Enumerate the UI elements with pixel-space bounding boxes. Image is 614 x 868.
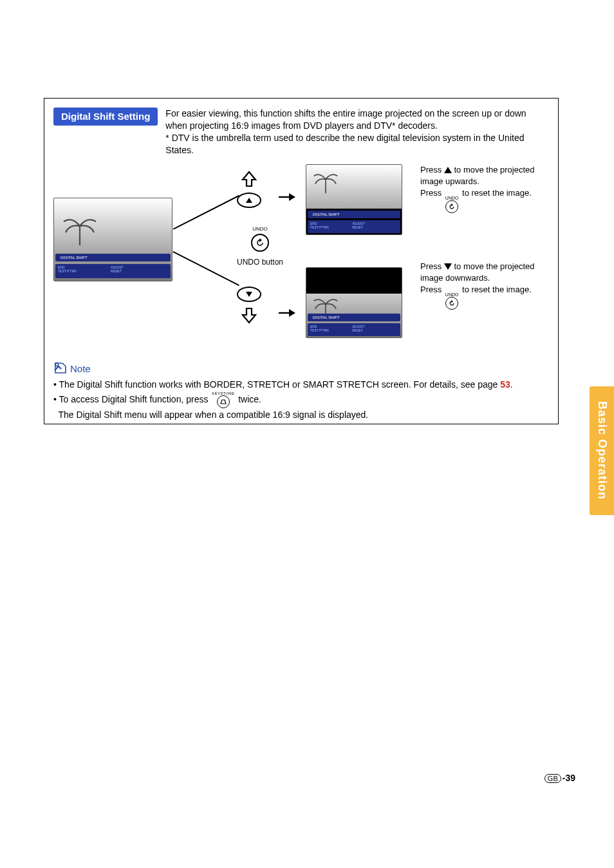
oval-down-button-icon xyxy=(237,287,261,302)
side-tab-basic-operation: Basic Operation xyxy=(590,386,614,515)
keystone-button-inline-icon: KEYSTONE xyxy=(212,392,234,408)
svg-marker-5 xyxy=(451,203,453,206)
palm-tree-icon xyxy=(312,167,340,196)
diagram-screen-shifted-up: DIGITAL SHIFT ENDADJUST TEST P'TRNRESET xyxy=(306,164,402,235)
desc-para-2: * DTV is the umbrella term used to descr… xyxy=(165,132,549,156)
oval-up-button-icon xyxy=(237,193,261,208)
down-instruction-block: Press to move the projected image downwa… xyxy=(420,261,546,310)
up-instruction-block: Press to move the projected image upward… xyxy=(420,164,546,213)
svg-marker-4 xyxy=(289,309,295,317)
undo-button-inline-icon: UNDO xyxy=(445,196,459,213)
undo-button-caption: UNDO button xyxy=(237,257,283,267)
bullet-1: • The Digital Shift function works with … xyxy=(53,378,549,391)
page-53-link[interactable]: 53 xyxy=(500,379,510,390)
desc-para-1: For easier viewing, this function shifts… xyxy=(165,108,549,132)
header-row: Digital Shift Setting For easier viewing… xyxy=(53,108,549,156)
triangle-up-icon xyxy=(444,167,452,173)
side-tab-label: Basic Operation xyxy=(595,401,609,500)
section-title-pill: Digital Shift Setting xyxy=(53,108,158,126)
digital-shift-section: Digital Shift Setting For easier viewing… xyxy=(44,98,559,424)
note-label: Note xyxy=(70,363,91,375)
down-arrow-icon xyxy=(239,305,259,325)
triangle-down-icon xyxy=(444,263,452,270)
section-description: For easier viewing, this function shifts… xyxy=(165,108,549,156)
up-arrow-indicator xyxy=(237,169,261,208)
diagram-screen-shifted-down: DIGITAL SHIFT ENDADJUST TEST P'TRNRESET xyxy=(306,267,402,338)
flow-arrow-icon xyxy=(277,305,295,324)
osd-sub-bar: ENDADJUST TEST P'TRNRESET xyxy=(308,323,400,336)
up-arrow-icon xyxy=(239,169,259,190)
diagram: DIGITAL SHIFT ENDADJUST TEST P'TRNRESET … xyxy=(53,164,549,357)
osd-sub-bar: ENDADJUST TEST P'TRNRESET xyxy=(55,264,171,278)
osd-title-bar: DIGITAL SHIFT xyxy=(55,254,171,261)
flow-arrow-icon xyxy=(277,189,295,208)
undo-button-icon xyxy=(251,234,269,252)
note-heading: Note xyxy=(53,361,549,377)
connector-line-down xyxy=(173,251,239,286)
note-icon xyxy=(53,361,68,377)
svg-marker-1 xyxy=(259,238,262,242)
osd-sub-bar: ENDADJUST TEST P'TRNRESET xyxy=(308,220,400,233)
diagram-screen-source: DIGITAL SHIFT ENDADJUST TEST P'TRNRESET xyxy=(53,198,172,281)
undo-small-label: UNDO xyxy=(252,226,268,233)
page-number: GB-39 xyxy=(544,773,575,783)
svg-marker-3 xyxy=(289,193,295,201)
black-bar xyxy=(306,268,402,294)
bullet-2: • To access Digital Shift function, pres… xyxy=(53,392,549,421)
svg-marker-6 xyxy=(451,300,453,303)
osd-title-bar: DIGITAL SHIFT xyxy=(308,314,400,321)
connector-line-up xyxy=(173,194,239,229)
osd-title-bar: DIGITAL SHIFT xyxy=(308,211,400,218)
svg-marker-0 xyxy=(246,198,252,203)
palm-tree-icon xyxy=(60,210,99,249)
gb-badge: GB xyxy=(544,774,561,783)
undo-button-inline-icon: UNDO xyxy=(445,292,459,310)
page: Basic Operation Digital Shift Setting Fo… xyxy=(0,0,614,868)
down-arrow-indicator xyxy=(237,287,261,325)
note-bullets: • The Digital Shift function works with … xyxy=(53,378,549,421)
svg-point-7 xyxy=(55,363,59,366)
undo-button-group: UNDO UNDO button xyxy=(237,226,283,268)
svg-marker-2 xyxy=(246,292,252,297)
page-number-value: -39 xyxy=(563,773,575,783)
